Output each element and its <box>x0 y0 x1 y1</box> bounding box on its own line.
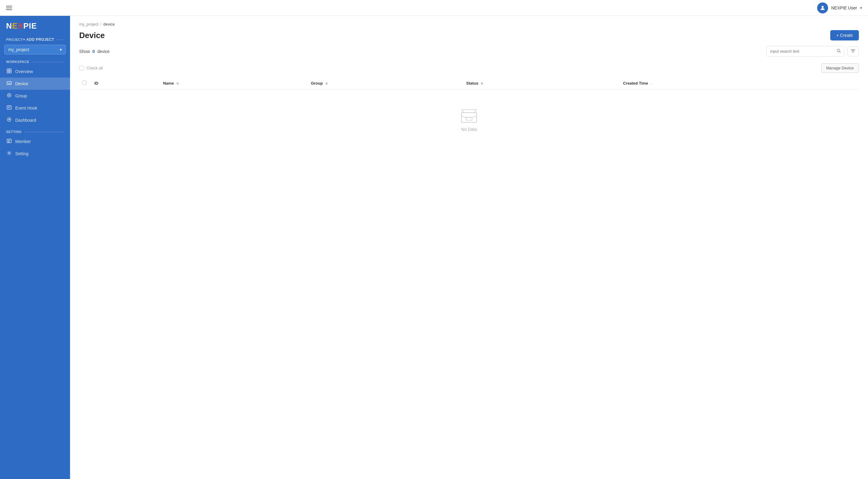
no-data-container: No Data <box>79 90 859 150</box>
user-name-label: NEXPIE User <box>831 5 857 10</box>
toolbar: Show 0 device <box>79 46 859 57</box>
logo: NEXPIE <box>0 16 70 35</box>
search-box <box>766 46 844 57</box>
search-button[interactable] <box>834 46 844 56</box>
th-name: Name ⇅ <box>160 77 308 90</box>
svg-line-23 <box>840 52 841 53</box>
top-nav-left <box>6 6 12 10</box>
user-avatar <box>817 2 828 13</box>
search-input[interactable] <box>767 46 834 56</box>
setting-section-header: SETTING <box>0 126 70 135</box>
sidebar-item-group-label: Group <box>15 94 27 98</box>
sidebar-item-setting[interactable]: Setting <box>0 147 70 160</box>
sidebar-item-member-label: Member <box>15 139 31 144</box>
check-all-checkbox[interactable] <box>79 66 84 71</box>
toolbar-left: Show 0 device <box>79 49 110 54</box>
status-sort-icon[interactable]: ⇅ <box>480 82 483 85</box>
device-label: device <box>97 49 109 54</box>
svg-rect-4 <box>9 71 11 73</box>
project-section-header: PROJECT + Add Project <box>0 35 70 43</box>
svg-point-9 <box>7 94 11 97</box>
th-id: ID <box>91 77 160 90</box>
sidebar-item-device-label: Device <box>15 81 28 86</box>
content-inner: my_project / device Device + Create Show… <box>70 16 868 479</box>
main-layout: NEXPIE PROJECT + Add Project my_project … <box>0 16 868 479</box>
svg-point-22 <box>837 49 840 52</box>
breadcrumb: my_project / device <box>79 22 859 27</box>
setting-icon <box>6 151 12 157</box>
check-all-row: Check all Manage Device <box>79 61 859 75</box>
top-nav-right: NEXPIE User ▾ <box>817 2 862 13</box>
add-project-button[interactable]: + Add Project <box>23 37 54 42</box>
page-header: Device + Create <box>79 30 859 40</box>
user-menu-chevron-icon[interactable]: ▾ <box>860 6 862 10</box>
top-nav: NEXPIE User ▾ <box>0 0 868 16</box>
svg-point-21 <box>8 152 10 154</box>
th-created-time: Created Time ↓ <box>620 77 859 90</box>
sidebar: NEXPIE PROJECT + Add Project my_project … <box>0 16 70 479</box>
breadcrumb-current: device <box>103 22 115 27</box>
sidebar-item-group[interactable]: Group <box>0 90 70 102</box>
svg-point-0 <box>822 6 824 8</box>
create-button[interactable]: + Create <box>830 30 859 40</box>
workspace-section-header: WORKSPACE <box>0 58 70 65</box>
sidebar-item-dashboard-label: Dashboard <box>15 118 36 123</box>
sidebar-item-device[interactable]: Device <box>0 78 70 90</box>
created-time-sort-icon[interactable]: ↓ <box>651 82 652 85</box>
content-area: my_project / device Device + Create Show… <box>70 16 868 479</box>
name-sort-icon[interactable]: ⇅ <box>176 82 179 85</box>
show-label: Show <box>79 49 90 54</box>
sidebar-item-event-hook-label: Event Hook <box>15 106 37 110</box>
event-hook-icon <box>6 105 12 111</box>
sidebar-item-overview-label: Overview <box>15 69 33 74</box>
sidebar-item-member[interactable]: Member <box>0 135 70 147</box>
page-title: Device <box>79 31 105 40</box>
svg-rect-11 <box>7 106 11 109</box>
menu-toggle-button[interactable] <box>6 6 12 10</box>
no-data-text: No Data <box>461 127 477 132</box>
sidebar-item-overview[interactable]: Overview <box>0 65 70 78</box>
sidebar-item-event-hook[interactable]: Event Hook <box>0 102 70 114</box>
th-group: Group ⇅ <box>308 77 463 90</box>
svg-line-30 <box>474 109 477 113</box>
sidebar-item-dashboard[interactable]: Dashboard <box>0 114 70 126</box>
svg-point-10 <box>8 95 10 96</box>
svg-rect-2 <box>9 69 11 71</box>
svg-rect-1 <box>7 69 9 71</box>
toolbar-right <box>766 46 859 57</box>
manage-device-button[interactable]: Manage Device <box>821 63 859 73</box>
group-sort-icon[interactable]: ⇅ <box>325 82 328 85</box>
project-selector[interactable]: my_project ▾ <box>4 45 66 55</box>
filter-button[interactable] <box>847 46 859 56</box>
no-data-icon <box>460 108 478 123</box>
dashboard-icon <box>6 117 12 123</box>
check-all-label: Check all <box>87 66 103 70</box>
breadcrumb-separator: / <box>100 22 102 27</box>
svg-line-16 <box>9 119 10 119</box>
sidebar-item-setting-label: Setting <box>15 151 29 156</box>
svg-line-29 <box>461 109 464 113</box>
device-table: ID Name ⇅ Group ⇅ Status ⇅ <box>79 77 859 150</box>
member-icon <box>6 138 12 144</box>
device-count-badge: 0 <box>92 49 95 54</box>
breadcrumb-project[interactable]: my_project <box>79 22 99 27</box>
table-select-all-checkbox[interactable] <box>82 81 87 85</box>
overview-icon <box>6 68 12 74</box>
svg-rect-3 <box>7 71 9 73</box>
th-checkbox <box>79 77 91 90</box>
no-data-row: No Data <box>79 90 859 150</box>
th-status: Status ⇅ <box>463 77 620 90</box>
device-icon <box>6 81 12 87</box>
group-icon <box>6 93 12 99</box>
